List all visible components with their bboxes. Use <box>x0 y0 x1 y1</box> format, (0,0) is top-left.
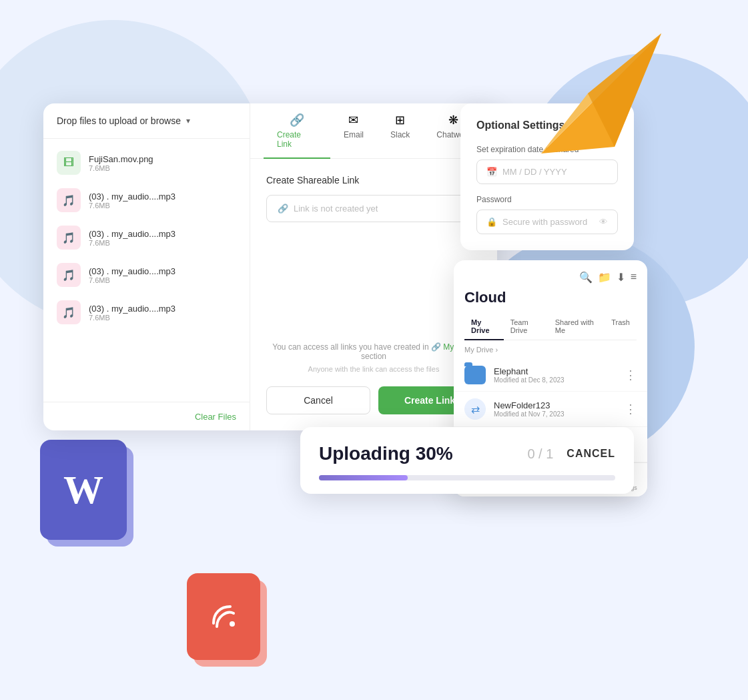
password-placeholder: Secure with password <box>502 217 587 227</box>
file-name: (03) . my_audio....mp3 <box>89 192 236 202</box>
drop-header[interactable]: Drop files to upload or browse ▾ <box>43 103 250 139</box>
upload-cancel-button[interactable]: CANCEL <box>567 448 615 460</box>
upload-progress-card: Uploading 30% 0 / 1 CANCEL <box>300 427 634 494</box>
file-name: (03) . my_audio....mp3 <box>89 304 236 314</box>
file-sidebar: Drop files to upload or browse ▾ 🎞 FujiS… <box>43 103 250 430</box>
file-name: (03) . my_audio....mp3 <box>89 229 236 239</box>
list-item: 🎵 (03) . my_audio....mp3 7.6MB <box>43 182 250 219</box>
eye-icon[interactable]: 👁 <box>599 217 608 227</box>
date-placeholder: MM / DD / YYYY <box>502 167 567 177</box>
cloud-folder-item: Elephant Modified at Dec 8, 2023 ⋮ <box>454 359 647 392</box>
lock-icon: 🔒 <box>486 217 497 227</box>
upload-row: Uploading 30% 0 / 1 CANCEL <box>319 443 615 464</box>
file-info: (03) . my_audio....mp3 7.6MB <box>89 192 236 210</box>
pdf-icon-symbol <box>187 573 260 660</box>
list-item: 🎵 (03) . my_audio....mp3 7.6MB <box>43 219 250 256</box>
pdf-file-icon <box>187 573 260 660</box>
info-text: You can access all links you have create… <box>266 342 481 361</box>
share-folder-icon: ⇄ <box>464 398 486 420</box>
sort-icon[interactable]: ≡ <box>631 271 637 284</box>
chatwork-icon: ❋ <box>448 113 458 127</box>
folder-icon <box>464 366 486 384</box>
upload-counter: 0 / 1 <box>527 446 553 462</box>
upload-folder-icon[interactable]: 📁 <box>598 271 611 284</box>
folder-date: Modified at Dec 8, 2023 <box>494 376 617 384</box>
cloud-item-info: NewFolder123 Modified at Nov 7, 2023 <box>494 400 617 418</box>
chevron-down-icon: ▾ <box>186 116 190 125</box>
file-size: 7.6MB <box>89 239 236 247</box>
password-label: Password <box>476 195 618 204</box>
file-size: 7.6MB <box>89 164 236 172</box>
more-options-icon[interactable]: ⋮ <box>625 368 637 382</box>
svg-point-3 <box>230 621 235 627</box>
word-file-icon: W <box>40 440 127 540</box>
download-icon[interactable]: ⬇ <box>617 271 625 284</box>
clear-files-bar: Clear Files <box>43 402 250 430</box>
tab-email-label: Email <box>344 130 364 139</box>
cloud-header: 🔍 📁 ⬇ ≡ Cloud My Drive Team Drive Shared… <box>454 260 647 340</box>
file-list: 🎞 FujiSan.mov.png 7.6MB 🎵 (03) . my_audi… <box>43 139 250 402</box>
cloud-tab-team-drive[interactable]: Team Drive <box>504 313 548 340</box>
slack-icon: ⊞ <box>395 113 405 127</box>
list-item: 🎵 (03) . my_audio....mp3 7.6MB <box>43 294 250 331</box>
link-input-box[interactable]: 🔗 Link is not created yet <box>266 195 481 222</box>
audio-file-icon: 🎵 <box>57 226 81 250</box>
cloud-folder-item: ⇄ NewFolder123 Modified at Nov 7, 2023 ⋮ <box>454 392 647 427</box>
action-buttons: Cancel Create Link <box>266 386 481 414</box>
cloud-drive-tabs: My Drive Team Drive Shared with Me Trash <box>464 313 637 340</box>
file-name: (03) . my_audio....mp3 <box>89 266 236 276</box>
list-item: 🎵 (03) . my_audio....mp3 7.6MB <box>43 256 250 294</box>
folder-name: Elephant <box>494 366 617 376</box>
link-placeholder-text: Link is not created yet <box>294 204 378 214</box>
list-item: 🎞 FujiSan.mov.png 7.6MB <box>43 144 250 182</box>
email-icon: ✉ <box>348 113 358 127</box>
clear-files-button[interactable]: Clear Files <box>195 412 236 422</box>
progress-bar-fill <box>319 475 408 480</box>
cloud-breadcrumb: My Drive › <box>454 340 647 359</box>
cloud-tab-my-drive[interactable]: My Drive <box>464 313 504 340</box>
file-size: 7.6MB <box>89 314 236 322</box>
search-icon[interactable]: 🔍 <box>579 271 593 284</box>
link-placeholder-icon: 🔗 <box>278 204 288 214</box>
link-icon: 🔗 <box>290 113 304 127</box>
shareable-title: Create Shareable Link <box>266 175 481 186</box>
cancel-button[interactable]: Cancel <box>266 386 370 414</box>
cloud-title: Cloud <box>464 289 637 306</box>
anyone-access-text: Anyone with the link can access the file… <box>266 365 481 373</box>
file-size: 7.6MB <box>89 276 236 284</box>
folder-date: Modified at Nov 7, 2023 <box>494 410 617 418</box>
audio-file-icon: 🎵 <box>57 300 81 324</box>
tab-slack[interactable]: ⊞ Slack <box>377 103 423 158</box>
main-panel: Drop files to upload or browse ▾ 🎞 FujiS… <box>43 103 497 430</box>
file-name: FujiSan.mov.png <box>89 154 236 164</box>
drop-header-text: Drop files to upload or browse <box>57 115 181 126</box>
tab-email[interactable]: ✉ Email <box>330 103 377 158</box>
cloud-tab-trash[interactable]: Trash <box>605 313 637 340</box>
word-icon-letter: W <box>40 440 127 540</box>
audio-file-icon: 🎵 <box>57 188 81 212</box>
tab-slack-label: Slack <box>390 130 410 139</box>
paper-plane-decoration <box>534 27 668 160</box>
cloud-toolbar: 🔍 📁 ⬇ ≡ <box>464 271 637 284</box>
expiry-date-input[interactable]: 📅 MM / DD / YYYY <box>476 159 618 184</box>
upload-percentage: Uploading 30% <box>319 443 453 464</box>
file-info: (03) . my_audio....mp3 7.6MB <box>89 266 236 284</box>
video-file-icon: 🎞 <box>57 151 81 175</box>
cloud-tab-shared[interactable]: Shared with Me <box>548 313 605 340</box>
more-options-icon[interactable]: ⋮ <box>625 402 637 416</box>
tab-create-link-label: Create Link <box>277 130 317 149</box>
calendar-icon: 📅 <box>486 167 497 177</box>
folder-name: NewFolder123 <box>494 400 617 410</box>
file-info: (03) . my_audio....mp3 7.6MB <box>89 229 236 247</box>
file-info: FujiSan.mov.png 7.6MB <box>89 154 236 172</box>
cloud-item-info: Elephant Modified at Dec 8, 2023 <box>494 366 617 384</box>
file-size: 7.6MB <box>89 202 236 210</box>
progress-bar-background <box>319 475 615 480</box>
tab-create-link[interactable]: 🔗 Create Link <box>264 103 330 158</box>
password-input[interactable]: 🔒 Secure with password 👁 <box>476 210 618 234</box>
file-info: (03) . my_audio....mp3 7.6MB <box>89 304 236 322</box>
audio-file-icon: 🎵 <box>57 263 81 287</box>
